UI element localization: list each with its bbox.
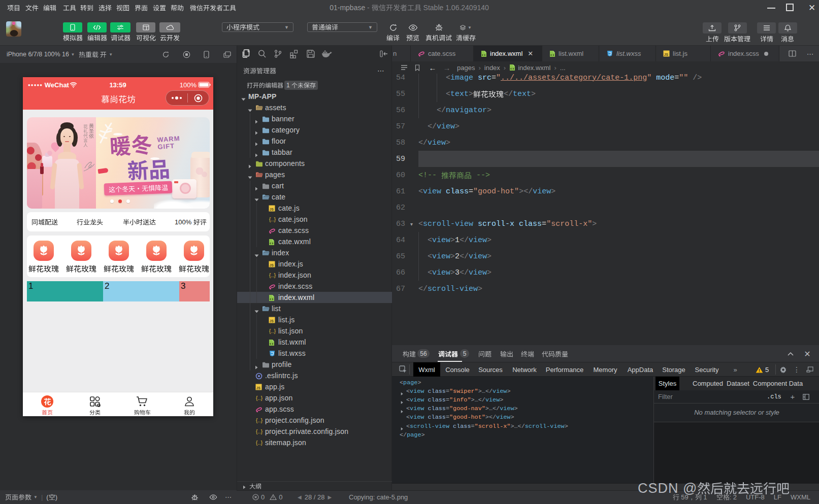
svg-text:{..}: {..}: [256, 395, 263, 401]
svg-text:{..}: {..}: [269, 216, 276, 222]
svg-text:JS: JS: [270, 263, 274, 267]
svg-text:JS: JS: [270, 208, 274, 211]
svg-text:{..}: {..}: [256, 428, 263, 434]
svg-text:JS: JS: [664, 53, 669, 56]
svg-text:{..}: {..}: [256, 440, 263, 446]
svg-text:JS: JS: [256, 386, 261, 390]
svg-text:{..}: {..}: [269, 272, 276, 278]
svg-text:JS: JS: [270, 319, 274, 323]
svg-text:{..}: {..}: [256, 417, 263, 423]
svg-text:{..}: {..}: [269, 328, 276, 334]
